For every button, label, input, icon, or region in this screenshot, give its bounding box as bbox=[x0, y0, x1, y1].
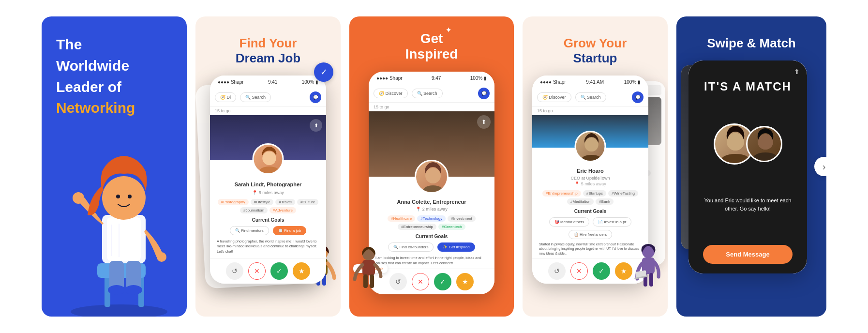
nav-bar-4: 🧭 Discover 🔍 Search 💬 bbox=[532, 89, 648, 106]
reject-btn-3[interactable]: ✕ bbox=[412, 273, 429, 290]
profile-subtitle-4: CEO at UpsideTown bbox=[537, 176, 644, 181]
tag-winetasting: #WineTasting bbox=[608, 190, 638, 197]
profile-content-2: Sarah Lindt, Photographer 📍 5 miles away… bbox=[210, 160, 326, 258]
star-btn-3[interactable]: ★ bbox=[456, 273, 474, 290]
profile-bg-3: ⬆ bbox=[369, 111, 494, 177]
tag-photography: #Photography bbox=[218, 199, 249, 205]
card-2-title-orange: Find Your bbox=[236, 36, 300, 51]
profile-distance-3: 📍 2 miles away bbox=[374, 207, 490, 212]
goal-hire: 📋 Hire freelancers bbox=[569, 230, 613, 239]
profile-name-3: Anna Colette, Entrepreneur bbox=[374, 197, 490, 206]
profile-content-4: Eric Hoaro CEO at UpsideTown 📍 5 miles a… bbox=[532, 148, 648, 258]
cards-wrapper: The Worldwide Leader of Networking bbox=[0, 0, 868, 333]
accept-btn-4[interactable]: ✓ bbox=[593, 262, 610, 280]
goal-invest: 📄 Invest in a pr bbox=[593, 217, 631, 227]
signal-3: ●●●● Shapr bbox=[376, 76, 403, 81]
goals-label-4: Current Goals bbox=[537, 209, 644, 214]
star-btn-2[interactable]: ★ bbox=[293, 262, 310, 280]
accept-btn-3[interactable]: ✓ bbox=[434, 273, 451, 290]
reset-btn-3[interactable]: ↺ bbox=[389, 273, 407, 290]
get-inspired-line2: Inspired bbox=[405, 46, 458, 62]
svg-point-6 bbox=[73, 192, 84, 204]
counter-4: 15 to go bbox=[532, 106, 648, 115]
tag-startup: #Startups bbox=[583, 190, 606, 197]
bio-3: I am looking to invest time and effort i… bbox=[374, 256, 490, 266]
action-bar-3: ↺ ✕ ✓ ★ bbox=[369, 269, 494, 294]
share-icon-2[interactable]: ⬆ bbox=[310, 119, 322, 132]
tag-lifestyle: #Lifestyle bbox=[251, 199, 274, 205]
counter-2: 15 to go bbox=[210, 106, 326, 115]
status-bar-2: ●●●● Shapr 9:41 100% ▮ bbox=[210, 76, 326, 89]
card-4-title: Grow Your Startup bbox=[564, 36, 627, 66]
star-btn-4[interactable]: ★ bbox=[615, 262, 632, 280]
carousel-container: The Worldwide Leader of Networking bbox=[0, 0, 868, 333]
time-3: 9:47 bbox=[432, 76, 441, 81]
search-btn-3[interactable]: 🔍 Search bbox=[412, 89, 443, 98]
discover-btn-3[interactable]: 🧭 Discover bbox=[374, 89, 408, 98]
tag-journalism: #Journalism bbox=[240, 207, 268, 213]
svg-point-13 bbox=[108, 285, 125, 295]
phone-front-2: ●●●● Shapr 9:41 100% ▮ 🧭 Di 🔍 Search 💬 1… bbox=[210, 76, 326, 284]
messages-btn-3[interactable]: 💬 bbox=[478, 88, 490, 99]
goal-find-mentors: 🔍 Find mentors bbox=[230, 226, 269, 235]
match-title: IT'S A MATCH bbox=[704, 80, 792, 93]
hero-title-line2: Worldwide bbox=[56, 57, 172, 75]
bio-4: Started in private equity, now full time… bbox=[537, 242, 644, 256]
send-message-btn[interactable]: Send Message bbox=[703, 245, 793, 264]
svg-point-37 bbox=[727, 133, 744, 151]
reject-btn-4[interactable]: ✕ bbox=[570, 262, 588, 280]
phone-match: ⬆ IT'S A MATCH bbox=[688, 61, 807, 273]
nav-bar-3: 🧭 Discover 🔍 Search 💬 bbox=[369, 85, 494, 103]
match-screen: ⬆ IT'S A MATCH bbox=[688, 61, 807, 273]
card-get-inspired: Get ✦ Inspired ●●●● Shapr 9:47 100% ▮ � bbox=[349, 16, 514, 317]
goals-row-4: 🎯 Mentor others 📄 Invest in a pr 📋 Hire … bbox=[537, 216, 644, 240]
card-grow-startup: Grow Your Startup #Entrepreneurship #Sta… bbox=[523, 16, 668, 317]
share-icon-match[interactable]: ⬆ bbox=[794, 68, 800, 76]
person-illus-3 bbox=[352, 246, 386, 290]
reset-btn-4[interactable]: ↺ bbox=[548, 262, 566, 280]
search-btn-2[interactable]: 🔍 Search bbox=[240, 92, 271, 102]
next-arrow[interactable]: › bbox=[814, 157, 826, 176]
search-btn-4[interactable]: 🔍 Search bbox=[575, 92, 606, 102]
svg-point-29 bbox=[585, 138, 599, 151]
goal-find-job: 📋 Find a job bbox=[273, 226, 306, 235]
svg-rect-26 bbox=[363, 274, 368, 288]
time-2: 9:41 bbox=[268, 79, 277, 85]
messages-btn-4[interactable]: 💬 bbox=[632, 91, 644, 103]
nav-bar-2: 🧭 Di 🔍 Search 💬 bbox=[210, 89, 326, 106]
accept-btn-2[interactable]: ✓ bbox=[270, 262, 288, 280]
profile-name-4: Eric Hoaro bbox=[537, 166, 644, 175]
messages-btn-2[interactable]: 💬 bbox=[310, 91, 321, 103]
phone-stack-5: ⬆ IT'S A MATCH bbox=[688, 61, 814, 273]
reset-btn-2[interactable]: ↺ bbox=[226, 262, 243, 280]
card-3-title: Get ✦ Inspired bbox=[405, 31, 458, 62]
tag-greentech: #Greentech bbox=[438, 224, 465, 230]
battery-3: 100% ▮ bbox=[470, 76, 487, 81]
profile-distance-2: 📍 5 miles away bbox=[215, 190, 321, 195]
reject-btn-2[interactable]: ✕ bbox=[248, 262, 266, 280]
profile-bg-2: ⬆ bbox=[210, 115, 326, 160]
avatar-match-2 bbox=[746, 126, 782, 162]
svg-rect-33 bbox=[649, 273, 653, 287]
profile-dist-4: 📍 5 miles away bbox=[537, 182, 644, 186]
discover-btn-4[interactable]: 🧭 Discover bbox=[537, 92, 571, 102]
svg-point-9 bbox=[116, 195, 120, 198]
svg-point-23 bbox=[425, 168, 441, 183]
goals-row-2: 🔍 Find mentors 📋 Find a job bbox=[215, 225, 321, 236]
goal-mentor: 🎯 Mentor others bbox=[549, 217, 590, 227]
tag-adventure: #Adventure bbox=[269, 207, 296, 213]
svg-point-39 bbox=[758, 134, 773, 150]
card-2-title-blue: Dream Job bbox=[236, 51, 300, 66]
hero-title-line1: The bbox=[56, 36, 172, 53]
svg-point-0 bbox=[71, 304, 167, 317]
card-swipe-match: Swipe & Match ⬆ IT'S A MATCH bbox=[676, 16, 826, 317]
tag-travel: #Travel bbox=[275, 199, 295, 205]
svg-point-10 bbox=[128, 195, 132, 198]
battery-4: 100% ▮ bbox=[624, 79, 641, 85]
tag-startup-ent: #Entrepreneurship bbox=[542, 190, 581, 197]
discover-btn-2[interactable]: 🧭 Di bbox=[215, 92, 236, 102]
card-hero: The Worldwide Leader of Networking bbox=[42, 16, 187, 317]
share-icon-3[interactable]: ⬆ bbox=[477, 115, 491, 129]
card-find-job: Find Your Dream Job ●●●● Shapr 9:41 100%… bbox=[195, 16, 341, 317]
svg-point-14 bbox=[125, 285, 142, 295]
